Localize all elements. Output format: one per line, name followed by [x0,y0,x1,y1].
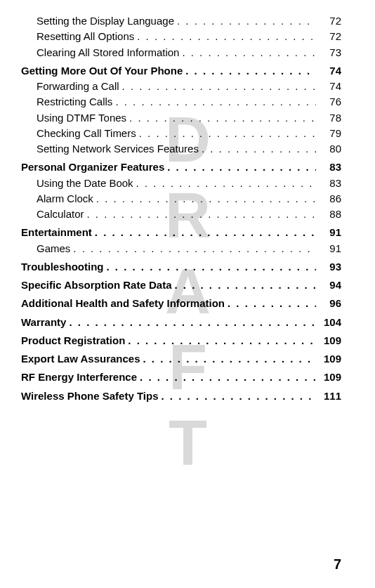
toc-entry-label: Checking Call Timers [37,126,136,141]
toc-entry-label: Personal Organizer Features [21,160,164,174]
toc-entry: Export Law Assurances109 [21,352,341,366]
toc-entry-page: 80 [316,142,341,156]
toc-entry-page: 72 [316,14,341,28]
toc-dot-leader [125,334,316,348]
toc-dot-leader [164,160,316,174]
toc-dot-leader [179,46,316,60]
toc-entry: Games91 [21,242,341,256]
toc-entry: Restricting Calls76 [21,95,341,109]
toc-dot-leader [183,64,316,78]
toc-entry-page: 72 [316,30,341,44]
toc-dot-leader [134,30,316,44]
toc-entry-label: Warranty [21,315,66,329]
page-number: 7 [334,556,341,573]
toc-dot-leader [133,176,316,190]
toc-entry-label: Clearing All Stored Information [37,46,179,60]
toc-dot-leader [136,126,316,141]
toc-entry: Setting Network Services Features80 [21,142,341,156]
toc-entry-page: 91 [316,226,341,240]
toc-entry-page: 96 [316,296,341,311]
toc-entry: Resetting All Options72 [21,30,341,44]
toc-entry-label: RF Energy Interference [21,370,137,384]
toc-entry-page: 109 [316,352,341,366]
toc-entry-label: Entertainment [21,226,92,240]
toc-entry-page: 104 [316,315,341,329]
toc-dot-leader [174,14,316,28]
toc-entry-label: Troubleshooting [21,260,104,274]
toc-dot-leader [199,142,316,156]
toc-entry-page: 111 [316,389,341,403]
toc-entry-label: Product Registration [21,334,125,348]
toc-entry: Clearing All Stored Information73 [21,46,341,60]
toc-entry: Warranty104 [21,315,341,329]
toc-list: Setting the Display Language72Resetting … [21,14,341,403]
toc-dot-leader [225,296,316,311]
toc-dot-leader [140,352,316,366]
toc-entry: Getting More Out Of Your Phone74 [21,64,341,78]
toc-entry-label: Using the Date Book [37,176,133,190]
toc-dot-leader [126,111,316,125]
toc-dot-leader [70,242,316,256]
toc-entry-page: 91 [316,242,341,256]
toc-entry-label: Calculator [37,207,84,221]
toc-entry: Product Registration109 [21,334,341,348]
toc-entry: Specific Absorption Rate Data94 [21,278,341,292]
toc-entry-page: 109 [316,334,341,348]
toc-entry: Using the Date Book83 [21,176,341,190]
toc-entry-label: Alarm Clock [37,192,93,206]
toc-entry-label: Using DTMF Tones [37,111,126,125]
toc-entry: Alarm Clock86 [21,192,341,206]
toc-entry: Calculator88 [21,207,341,221]
toc-dot-leader [92,226,316,240]
toc-entry-page: 74 [316,79,341,93]
toc-entry: Troubleshooting93 [21,260,341,274]
toc-entry: Entertainment91 [21,226,341,240]
toc-entry: Wireless Phone Safety Tips111 [21,389,341,403]
toc-dot-leader [66,315,316,329]
toc-entry-page: 93 [316,260,341,274]
toc-entry-label: Specific Absorption Rate Data [21,278,171,292]
toc-entry: RF Energy Interference109 [21,370,341,384]
toc-dot-leader [137,370,316,384]
toc-entry-label: Setting the Display Language [37,14,174,28]
toc-dot-leader [119,79,316,93]
toc-dot-leader [159,389,317,403]
toc-entry: Using DTMF Tones78 [21,111,341,125]
toc-entry-page: 94 [316,278,341,292]
toc-entry-page: 88 [316,207,341,221]
toc-entry-page: 83 [316,160,341,174]
toc-entry-page: 76 [316,95,341,109]
toc-dot-leader [171,278,316,292]
toc-entry-page: 83 [316,176,341,190]
toc-entry-label: Restricting Calls [37,95,112,109]
toc-dot-leader [84,207,316,221]
toc-entry-page: 79 [316,126,341,141]
toc-entry: Personal Organizer Features83 [21,160,341,174]
toc-entry-label: Getting More Out Of Your Phone [21,64,183,78]
toc-entry-page: 86 [316,192,341,206]
toc-entry-label: Forwarding a Call [37,79,119,93]
toc-entry-page: 73 [316,46,341,60]
toc-entry: Additional Health and Safety Information… [21,296,341,311]
toc-entry-page: 109 [316,370,341,384]
toc-entry-page: 74 [316,64,341,78]
toc-entry: Checking Call Timers79 [21,126,341,141]
toc-entry-page: 78 [316,111,341,125]
toc-content: Setting the Display Language72Resetting … [0,0,375,403]
toc-dot-leader [93,192,316,206]
toc-entry-label: Wireless Phone Safety Tips [21,389,159,403]
toc-entry-label: Games [37,242,70,256]
toc-entry: Setting the Display Language72 [21,14,341,28]
toc-dot-leader [112,95,316,109]
toc-entry: Forwarding a Call74 [21,79,341,93]
toc-entry-label: Additional Health and Safety Information [21,296,225,311]
toc-entry-label: Resetting All Options [37,30,134,44]
toc-entry-label: Setting Network Services Features [37,142,199,156]
toc-entry-label: Export Law Assurances [21,352,140,366]
toc-dot-leader [104,260,317,274]
